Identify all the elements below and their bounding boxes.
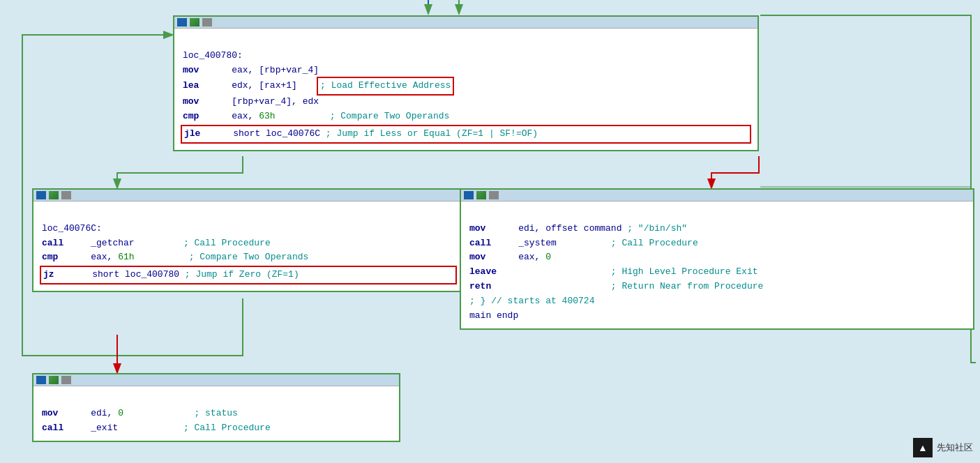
titlebar-icon-2 <box>190 18 199 26</box>
block-bl-content: loc_40076C: call _getchar ; Call Procedu… <box>33 202 463 291</box>
block-top: loc_400780: mov eax, [rbp+var_4] lea edx… <box>173 15 759 151</box>
block-exit-content: mov edi, 0 ; status call _exit ; Call Pr… <box>33 386 399 441</box>
titlebar-icon-bl-1 <box>36 191 46 199</box>
line-call-system: call _system ; Call Procedure <box>469 238 698 248</box>
watermark: ▲ 先知社区 <box>913 438 973 457</box>
block-bottom-left: loc_40076C: call _getchar ; Call Procedu… <box>32 188 465 292</box>
block-top-content: loc_400780: mov eax, [rbp+var_4] lea edx… <box>174 29 757 150</box>
line-call-getchar: call _getchar ; Call Procedure <box>42 238 271 248</box>
line-mov1: mov eax, [rbp+var_4] <box>183 65 319 75</box>
titlebar-icon-exit-1 <box>36 376 46 384</box>
titlebar-icon-bl-3 <box>61 191 71 199</box>
line-comment-starts: ; } // starts at 400724 <box>469 296 594 306</box>
titlebar-icon-exit-2 <box>49 376 59 384</box>
lea-comment-highlight: ; Load Effective Address <box>317 77 454 96</box>
line-lea: lea edx, [rax+1] ; Load Effective Addres… <box>183 80 452 91</box>
line-jz-highlight: jz short loc_400780 ; Jump if Zero (ZF=1… <box>40 266 457 284</box>
titlebar-icon-1 <box>177 18 187 26</box>
block-exit-titlebar <box>33 374 399 386</box>
block-bl-titlebar <box>33 190 463 202</box>
line-call-exit: call _exit ; Call Procedure <box>42 423 271 433</box>
line-main-endp: main endp <box>469 310 518 321</box>
line-mov-edi0: mov edi, 0 ; status <box>42 408 238 418</box>
label-loc40076c: loc_40076C: <box>42 223 102 234</box>
titlebar-icon-br-2 <box>476 191 486 199</box>
line-leave: leave ; High Level Procedure Exit <box>469 266 757 277</box>
line-cmp: cmp eax, 63h ; Compare Two Operands <box>183 111 449 121</box>
block-exit: mov edi, 0 ; status call _exit ; Call Pr… <box>32 373 400 442</box>
line-retn: retn ; Return Near from Procedure <box>469 281 763 291</box>
titlebar-icon-br-3 <box>489 191 499 199</box>
line-mov-eax0: mov eax, 0 <box>469 252 551 262</box>
titlebar-icon-bl-2 <box>49 191 59 199</box>
titlebar-icon-br-1 <box>464 191 474 199</box>
block-br-titlebar <box>461 190 973 202</box>
line-jle-highlight: jle short loc_40076C ; Jump if Less or E… <box>181 125 751 144</box>
block-bottom-right: mov edi, offset command ; "/bin/sh" call… <box>460 188 974 330</box>
block-top-titlebar <box>174 17 757 29</box>
line-mov2: mov [rbp+var_4], edx <box>183 96 319 107</box>
block-br-content: mov edi, offset command ; "/bin/sh" call… <box>461 202 973 328</box>
line-mov-edi: mov edi, offset command ; "/bin/sh" <box>469 223 687 234</box>
titlebar-icon-3 <box>202 18 212 26</box>
watermark-logo: ▲ <box>913 438 933 457</box>
watermark-text: 先知社区 <box>937 441 973 454</box>
label-loc400780: loc_400780: <box>183 50 243 61</box>
titlebar-icon-exit-3 <box>61 376 71 384</box>
line-cmp-61h: cmp eax, 61h ; Compare Two Operands <box>42 252 308 262</box>
